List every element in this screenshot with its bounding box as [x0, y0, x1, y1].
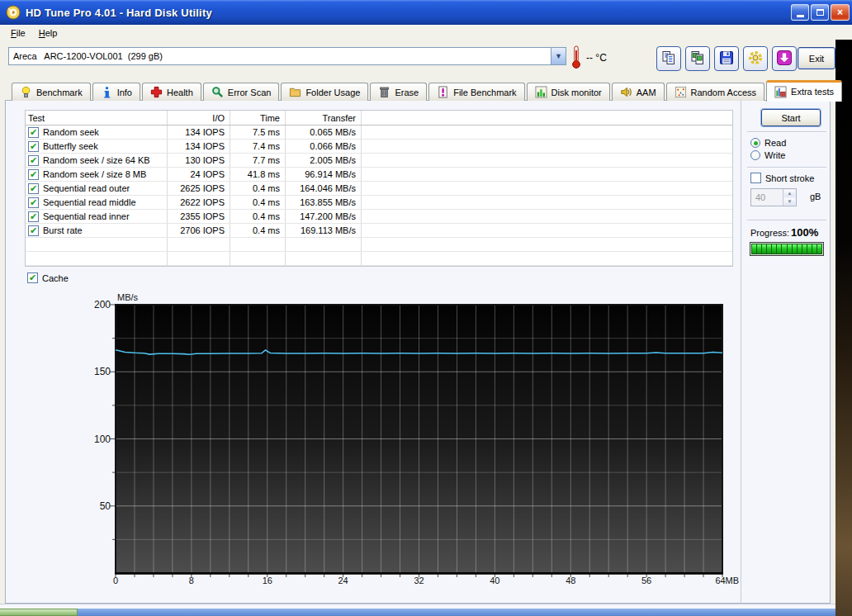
tab-extra-tests[interactable]: Extra tests: [766, 80, 842, 102]
chart-x-tick-label: 0: [113, 576, 118, 585]
taskbar[interactable]: [0, 609, 835, 616]
start-button[interactable]: Start: [761, 109, 821, 126]
row-checkbox[interactable]: ✔: [28, 225, 39, 236]
chart-x-tick-label: 48: [566, 576, 575, 585]
row-checkbox[interactable]: ✔: [28, 155, 39, 166]
row-checkbox[interactable]: ✔: [28, 127, 39, 138]
benchmark-icon: [20, 86, 32, 98]
cache-chart: [109, 302, 727, 581]
write-radio[interactable]: Write: [750, 150, 785, 160]
chart-x-tick-label: 64MB: [715, 576, 739, 585]
progress-bar: [750, 242, 824, 256]
temperature-value: -- °C: [586, 52, 607, 64]
row-checkbox[interactable]: ✔: [28, 183, 39, 194]
chart-y-tick-label: 200: [83, 299, 111, 310]
row-checkbox[interactable]: ✔: [28, 141, 39, 152]
spinner-up-icon[interactable]: ▲: [783, 189, 796, 197]
hd-tune-window: HD Tune Pro 4.01 - Hard Disk Utility × F…: [0, 0, 852, 616]
copy-image-button[interactable]: [685, 46, 710, 71]
drive-selector[interactable]: Areca ARC-1200-VOL001 (299 gB) ▼: [8, 47, 566, 65]
restore-button[interactable]: [811, 4, 829, 21]
tab-file-benchmark[interactable]: File Benchmark: [428, 83, 524, 101]
disk-monitor-icon: [535, 86, 547, 98]
save-icon: [718, 50, 735, 68]
size-unit: gB: [810, 192, 821, 201]
col-io: I/O: [168, 111, 230, 125]
folder-usage-icon: [289, 86, 301, 98]
health-icon: [150, 86, 163, 98]
tab-strip: BenchmarkInfoHealthError ScanFolder Usag…: [12, 79, 842, 101]
separator: [747, 131, 826, 133]
separator: [747, 167, 826, 168]
progress-label: Progress:: [750, 228, 789, 238]
table-row[interactable]: ✔Sequential read outer2625 IOPS0.4 ms164…: [26, 182, 732, 196]
copy-text-button[interactable]: [656, 46, 681, 71]
chart-y-axis-unit: MB/s: [117, 292, 138, 302]
tab-aam[interactable]: AAM: [612, 83, 665, 101]
chart-x-tick-label: 8: [189, 576, 194, 585]
chart-y-tick-label: 100: [83, 434, 111, 445]
options-button[interactable]: [743, 46, 768, 71]
row-checkbox[interactable]: ✔: [28, 197, 39, 208]
tab-health[interactable]: Health: [142, 83, 201, 101]
save-button[interactable]: [714, 46, 739, 71]
size-spinner[interactable]: 40 ▲ ▼: [750, 188, 797, 206]
error-scan-icon: [211, 86, 224, 98]
table-row[interactable]: ✔Random seek134 IOPS7.5 ms0.065 MB/s: [26, 126, 732, 140]
extra-tests-icon: [774, 86, 787, 98]
table-row[interactable]: ✔Butterfly seek134 IOPS7.4 ms0.066 MB/s: [26, 140, 732, 154]
copy-text-icon: [660, 50, 677, 68]
menu-bar: FileHelp: [0, 25, 852, 40]
options-icon: [747, 50, 764, 68]
minimize-button[interactable]: [791, 4, 809, 21]
table-row[interactable]: ✔Sequential read inner2355 IOPS0.4 ms147…: [26, 210, 732, 224]
random-access-icon: [674, 86, 687, 98]
chart-x-tick-label: 24: [338, 576, 348, 585]
thermometer-icon: [571, 45, 581, 69]
table-row-empty: [26, 252, 732, 266]
table-row[interactable]: ✔Sequential read middle2622 IOPS0.4 ms16…: [26, 196, 732, 210]
row-checkbox[interactable]: ✔: [28, 169, 39, 180]
separator: [747, 220, 826, 221]
update-icon: [776, 50, 793, 68]
progress-value: 100%: [791, 226, 818, 239]
row-checkbox[interactable]: ✔: [28, 211, 39, 222]
update-button[interactable]: [772, 46, 797, 71]
menu-item-file[interactable]: File: [5, 27, 31, 39]
taskbar-button[interactable]: [0, 609, 78, 616]
exit-button[interactable]: Exit: [798, 47, 835, 69]
table-header: Test I/O Time Transfer: [26, 111, 732, 126]
table-row[interactable]: ✔Random seek / size 8 MB24 IOPS41.8 ms96…: [26, 168, 732, 182]
table-row[interactable]: ✔Burst rate2706 IOPS0.4 ms169.113 MB/s: [26, 224, 732, 238]
short-stroke-checkbox[interactable]: Short stroke: [750, 173, 814, 183]
chevron-down-icon[interactable]: ▼: [551, 48, 566, 64]
drive-selector-value: Areca ARC-1200-VOL001 (299 gB): [9, 51, 551, 61]
chart-y-tick-label: 150: [83, 366, 111, 377]
titlebar: HD Tune Pro 4.01 - Hard Disk Utility ×: [0, 0, 852, 25]
close-button[interactable]: ×: [831, 4, 850, 21]
cache-checkbox[interactable]: ✔ Cache: [27, 272, 69, 283]
menu-item-help[interactable]: Help: [33, 27, 64, 39]
tab-random-access[interactable]: Random Access: [666, 83, 764, 101]
col-transfer: Transfer: [286, 111, 362, 125]
file-benchmark-icon: [437, 86, 449, 98]
table-row[interactable]: ✔Random seek / size 64 KB130 IOPS7.7 ms2…: [26, 154, 732, 168]
read-radio[interactable]: Read: [750, 138, 786, 148]
tab-disk-monitor[interactable]: Disk monitor: [527, 83, 610, 101]
chart-x-tick-label: 32: [414, 576, 424, 585]
chart-x-tick-label: 56: [641, 576, 651, 585]
tab-folder-usage[interactable]: Folder Usage: [281, 83, 368, 101]
size-value: 40: [751, 189, 783, 206]
aam-icon: [620, 86, 632, 98]
window-title: HD Tune Pro 4.01 - Hard Disk Utility: [26, 7, 212, 19]
col-time: Time: [230, 111, 286, 125]
tab-benchmark[interactable]: Benchmark: [12, 83, 91, 101]
chart-x-tick-label: 16: [263, 576, 272, 585]
tab-info[interactable]: Info: [92, 83, 140, 101]
table-row-empty: [26, 238, 732, 252]
tab-error-scan[interactable]: Error Scan: [203, 83, 280, 101]
copy-image-icon: [689, 50, 706, 68]
spinner-down-icon[interactable]: ▼: [783, 197, 796, 206]
tab-erase[interactable]: Erase: [370, 83, 427, 101]
test-table: Test I/O Time Transfer ✔Random seek134 I…: [25, 110, 733, 267]
